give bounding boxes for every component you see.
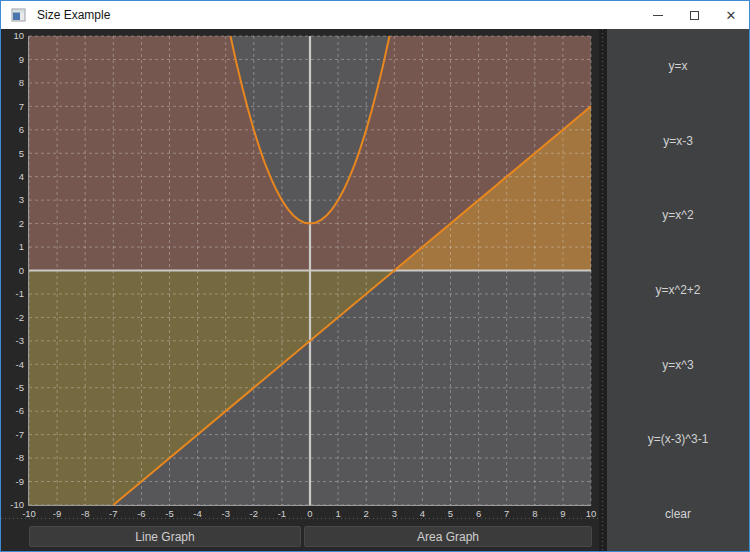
app-window: Size Example ✕ -10-9-8-7-6-5-4-3-2-10123…: [0, 0, 750, 552]
y-tick-label: 6: [19, 124, 24, 135]
splitter-dots: [602, 29, 603, 552]
y-tick-label: -9: [16, 476, 24, 487]
window-title: Size Example: [37, 1, 110, 29]
y-tick-label: -10: [10, 499, 24, 510]
y-tick-label: -2: [16, 312, 24, 323]
app-icon: [11, 7, 27, 23]
line-graph-button[interactable]: Line Graph: [29, 526, 301, 547]
maximize-icon: [690, 11, 699, 20]
y-tick-label: 2: [19, 218, 24, 229]
y-tick-label: 9: [19, 54, 24, 65]
y-tick-label: -6: [16, 405, 24, 416]
sidebar-item-y-equals-x-squared[interactable]: y=x^2: [607, 202, 749, 228]
title-bar: Size Example ✕: [1, 1, 749, 29]
y-tick-label: 4: [19, 171, 24, 182]
maximize-button[interactable]: [675, 1, 713, 29]
area-graph-button[interactable]: Area Graph: [304, 526, 592, 547]
sidebar-item-clear[interactable]: clear: [607, 501, 749, 527]
close-button[interactable]: ✕: [712, 1, 750, 29]
y-tick-label: 7: [19, 101, 24, 112]
vertical-splitter-handle[interactable]: [599, 29, 607, 552]
y-tick-label: 8: [19, 77, 24, 88]
y-tick-label: 0: [19, 265, 24, 276]
sidebar-item-y-equals-x-squared-plus-2[interactable]: y=x^2+2: [607, 277, 749, 303]
y-tick-label: 3: [19, 194, 24, 205]
y-tick-label: -4: [16, 359, 24, 370]
y-tick-label: 5: [19, 148, 24, 159]
horizontal-splitter-handle[interactable]: [1, 518, 599, 519]
y-tick-label: -7: [16, 429, 24, 440]
y-tick-label: -5: [16, 382, 24, 393]
y-tick-label: -3: [16, 335, 24, 346]
minimize-button[interactable]: [639, 1, 677, 29]
y-tick-label: -1: [16, 288, 24, 299]
minimize-icon: [653, 15, 663, 16]
sidebar-item-y-equals-x-cubed[interactable]: y=x^3: [607, 352, 749, 378]
chart-plot-area: -10-9-8-7-6-5-4-3-2-1012345678910-10-9-8…: [1, 29, 599, 519]
sidebar-item-y-equals-x-minus-3[interactable]: y=x-3: [607, 128, 749, 154]
graph-mode-bar: Line Graph Area Graph: [29, 526, 592, 547]
sidebar-item-y-equals-x[interactable]: y=x: [607, 53, 749, 79]
sidebar-item-y-equals-x-minus-3-cubed-minus-1[interactable]: y=(x-3)^3-1: [607, 426, 749, 452]
y-tick-label: 10: [13, 30, 24, 41]
y-tick-label: -8: [16, 452, 24, 463]
close-icon: ✕: [726, 9, 737, 22]
function-sidebar: y=x y=x-3 y=x^2 y=x^2+2 y=x^3 y=(x-3)^3-…: [607, 29, 749, 551]
y-tick-label: 1: [19, 241, 24, 252]
